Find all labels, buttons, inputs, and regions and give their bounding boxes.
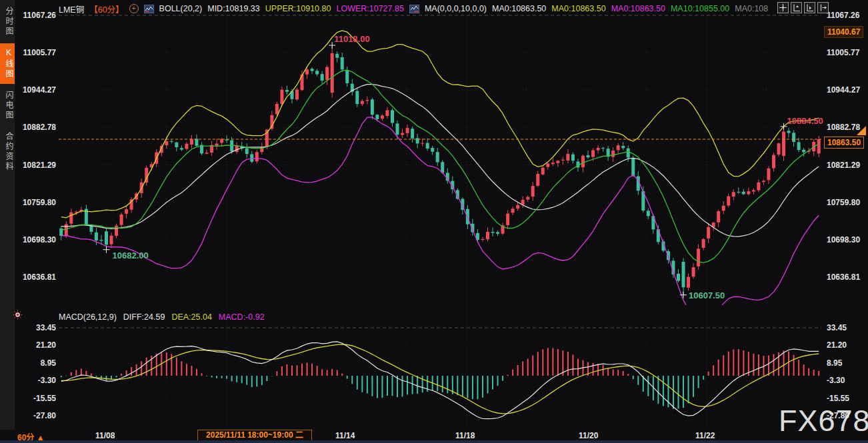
ma-value: MA0:10863.50 xyxy=(492,4,546,13)
macd-dea-value: DEA:25.04 xyxy=(171,312,211,322)
ma-value: MA0:10863.50 xyxy=(551,4,605,13)
price-tick-right: 10636.81 xyxy=(827,272,860,282)
time-axis: 60分 ▲ 2025/11/11 18:00~19:00 二 11/0811/1… xyxy=(0,430,868,440)
pan-right-icon[interactable] xyxy=(817,2,829,13)
ma-value: MA10:10855.00 xyxy=(671,4,729,13)
price-tick-left: 10944.27 xyxy=(17,85,56,95)
macd-tick-right: 21.20 xyxy=(827,340,847,350)
high-price-annotation: 11018.00 xyxy=(334,34,370,44)
ma-label: MA(0,0,0,10,0,0) xyxy=(425,4,487,13)
price-tick-left: 10882.78 xyxy=(17,123,56,132)
price-tick-left: 11067.26 xyxy=(17,11,56,20)
boll-indicator-icon[interactable] xyxy=(144,5,154,13)
ma-value: MA0:10863.50 xyxy=(611,4,665,13)
boll-mid-value: MID:10819.33 xyxy=(207,4,260,13)
macd-tick-right: -3.30 xyxy=(827,376,845,385)
price-tick-right: 11005.77 xyxy=(827,48,859,57)
macd-tick-left: 33.45 xyxy=(17,323,56,332)
sidebar-tab-lightning[interactable]: 闪电图 xyxy=(0,86,15,125)
price-tick-right: 11067.26 xyxy=(827,11,859,20)
boll-label: BOLL(20,2) xyxy=(159,4,203,13)
macd-tick-right: 33.45 xyxy=(827,323,847,332)
date-tick: 11/20 xyxy=(579,431,598,440)
price-tick-left: 10636.81 xyxy=(17,272,56,282)
y-axis-scale-icon[interactable] xyxy=(791,2,802,13)
last-price-badge: 10863.50 xyxy=(824,137,864,149)
price-tick-left: 11005.77 xyxy=(17,48,56,57)
price-tick-right: 10698.30 xyxy=(827,235,860,244)
price-tick-right: 10882.78 xyxy=(827,123,860,132)
macd-legend: MACD(26,12,9) DIFF:24.59 DEA:25.04 MACD:… xyxy=(59,312,265,322)
sidebar-tab-kline[interactable]: K线图 xyxy=(0,43,15,84)
fx678-watermark: FX678 xyxy=(779,404,868,438)
macd-title: MACD(26,12,9) xyxy=(59,312,117,322)
recent-high-annotation: 10884.50 xyxy=(787,116,823,126)
chart-toolbar xyxy=(777,2,829,13)
price-tick-right: 10759.80 xyxy=(827,198,860,207)
date-tick: 11/18 xyxy=(455,431,475,440)
macd-hist-value: MACD:-0.92 xyxy=(219,312,265,322)
ma-indicator-icon[interactable] xyxy=(409,5,419,13)
symbol-label: LME铜 xyxy=(59,3,84,14)
crosshair-tool-icon[interactable] xyxy=(777,2,789,13)
boll-upper-value: UPPER:10910.80 xyxy=(265,4,331,13)
price-tick-right: 10821.29 xyxy=(827,161,860,170)
macd-panel-icon[interactable] xyxy=(13,310,23,322)
date-tick: 11/08 xyxy=(95,431,115,440)
indicator-legend: LME铜 【60分】 + BOLL(20,2) MID:10819.33 UPP… xyxy=(59,3,773,14)
x-axis-scale-icon[interactable] xyxy=(804,2,815,13)
boll-lower-value: LOWER:10727.85 xyxy=(336,4,403,13)
sidebar-tab-timeshare[interactable]: 分时图 xyxy=(0,2,15,41)
trading-app-window: 分时图 K线图 闪电图 合约资料 LME铜 【60分】 + BOLL(20,2)… xyxy=(0,0,868,443)
macd-diff-value: DIFF:24.59 xyxy=(123,312,165,322)
ma-values: MA0:10863.50MA0:10863.50MA0:10863.50MA10… xyxy=(492,4,768,13)
price-tick-left: 10759.80 xyxy=(17,198,56,207)
bottom-accent-bar xyxy=(0,440,868,443)
candlestick-chart-canvas[interactable] xyxy=(0,0,868,443)
macd-tick-left: 8.95 xyxy=(17,358,56,368)
macd-tick-right: -15.55 xyxy=(827,394,849,403)
low-price-annotation: 10682.00 xyxy=(113,250,149,260)
recent-low-annotation: 10607.50 xyxy=(689,290,725,300)
price-tick-left: 10698.30 xyxy=(17,235,56,244)
ma-value: MA0:108 xyxy=(735,4,768,13)
period-label: 【60分】 xyxy=(89,3,123,14)
macd-tick-left: -15.55 xyxy=(17,394,56,403)
date-tick: 11/22 xyxy=(695,431,715,440)
sidebar-tab-contract-info[interactable]: 合约资料 xyxy=(0,127,15,177)
macd-tick-left: 21.20 xyxy=(17,340,56,350)
chart-type-sidebar: 分时图 K线图 闪电图 合约资料 xyxy=(0,0,15,430)
date-tick: 11/14 xyxy=(335,431,355,440)
crosshair-date-label: 2025/11/11 18:00~19:00 二 xyxy=(197,430,312,441)
price-tick-left: 10821.29 xyxy=(17,161,56,170)
add-compare-icon[interactable]: + xyxy=(129,4,139,13)
macd-tick-left: -3.30 xyxy=(17,376,56,385)
price-tick-right: 10944.27 xyxy=(827,85,860,95)
ref-price-badge: 11040.67 xyxy=(824,26,863,38)
macd-tick-left: -27.80 xyxy=(17,411,56,420)
macd-tick-right: 8.95 xyxy=(827,358,842,368)
